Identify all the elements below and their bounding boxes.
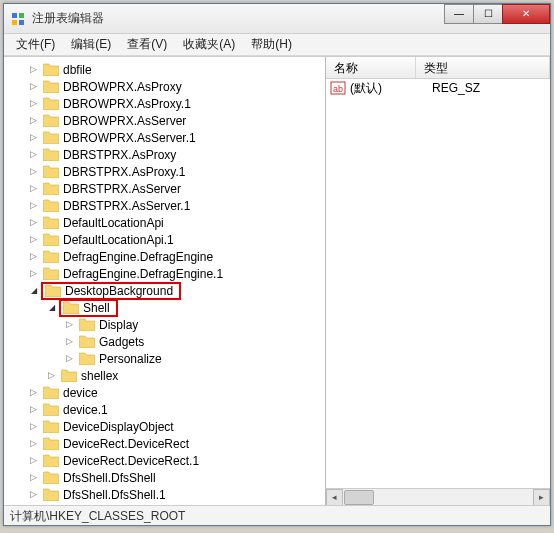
folder-icon xyxy=(43,403,59,416)
expand-icon[interactable]: ▷ xyxy=(28,489,39,500)
expand-icon[interactable]: ▷ xyxy=(28,404,39,415)
tree-item[interactable]: ▷DeviceDisplayObject xyxy=(6,418,323,435)
expand-icon[interactable]: ▷ xyxy=(28,166,39,177)
folder-icon xyxy=(43,148,59,161)
tree-item-label: Display xyxy=(99,318,138,332)
tree-item[interactable]: ▷DfsShell.DfsShellAdmin xyxy=(6,503,323,505)
tree-item[interactable]: ▷DBROWPRX.AsServer.1 xyxy=(6,129,323,146)
tree-item[interactable]: ▷Display xyxy=(6,316,323,333)
expand-icon[interactable]: ▷ xyxy=(64,336,75,347)
tree-item[interactable]: ▷Gadgets xyxy=(6,333,323,350)
tree-item[interactable]: ▷device.1 xyxy=(6,401,323,418)
tree-item[interactable]: ▷DBRSTPRX.AsProxy xyxy=(6,146,323,163)
folder-icon xyxy=(45,284,61,297)
values-list[interactable]: ab(默认)REG_SZ xyxy=(326,79,550,488)
tree-item[interactable]: ▷DBROWPRX.AsProxy xyxy=(6,78,323,95)
menu-file[interactable]: 文件(F) xyxy=(8,34,63,55)
app-icon xyxy=(10,11,26,27)
tree-item[interactable]: ▷DfsShell.DfsShell xyxy=(6,469,323,486)
expand-icon[interactable]: ▷ xyxy=(28,387,39,398)
tree-item-label: DefaultLocationApi xyxy=(63,216,164,230)
expand-icon[interactable]: ▷ xyxy=(28,81,39,92)
scroll-thumb[interactable] xyxy=(344,490,374,505)
tree-item-label: device.1 xyxy=(63,403,108,417)
tree-item[interactable]: ▷DefaultLocationApi.1 xyxy=(6,231,323,248)
svg-rect-1 xyxy=(19,13,24,18)
expand-icon[interactable]: ▷ xyxy=(28,268,39,279)
expand-icon[interactable]: ▷ xyxy=(28,251,39,262)
tree-item-label: DefragEngine.DefragEngine.1 xyxy=(63,267,223,281)
folder-icon xyxy=(43,233,59,246)
values-pane: 名称 类型 ab(默认)REG_SZ ◂ ▸ xyxy=(326,57,550,505)
menu-help[interactable]: 帮助(H) xyxy=(243,34,300,55)
collapse-icon[interactable]: ◢ xyxy=(46,302,57,313)
expand-icon[interactable]: ▷ xyxy=(28,149,39,160)
column-header-name[interactable]: 名称 xyxy=(326,57,416,78)
expand-icon[interactable]: ▷ xyxy=(28,200,39,211)
tree-item[interactable]: ▷Personalize xyxy=(6,350,323,367)
menu-view[interactable]: 查看(V) xyxy=(119,34,175,55)
tree-item[interactable]: ▷DefragEngine.DefragEngine.1 xyxy=(6,265,323,282)
expand-icon[interactable]: ▷ xyxy=(28,234,39,245)
folder-icon xyxy=(43,471,59,484)
expand-icon[interactable]: ▷ xyxy=(28,64,39,75)
scroll-right-arrow[interactable]: ▸ xyxy=(533,489,550,506)
close-button[interactable]: ✕ xyxy=(502,4,550,24)
expand-icon[interactable]: ▷ xyxy=(28,217,39,228)
expand-icon[interactable]: ▷ xyxy=(64,353,75,364)
folder-icon xyxy=(43,488,59,501)
tree-item[interactable]: ▷DBRSTPRX.AsServer xyxy=(6,180,323,197)
expand-icon[interactable]: ▷ xyxy=(28,183,39,194)
menu-favorites[interactable]: 收藏夹(A) xyxy=(175,34,243,55)
tree-item[interactable]: ▷DeviceRect.DeviceRect xyxy=(6,435,323,452)
expand-icon[interactable]: ▷ xyxy=(28,98,39,109)
expand-icon[interactable]: ▷ xyxy=(28,115,39,126)
collapse-icon[interactable]: ◢ xyxy=(28,285,39,296)
expand-icon[interactable]: ▷ xyxy=(28,421,39,432)
expand-icon[interactable]: ▷ xyxy=(28,132,39,143)
svg-rect-0 xyxy=(12,13,17,18)
scroll-track[interactable] xyxy=(343,489,533,506)
tree-item[interactable]: ▷DBROWPRX.AsProxy.1 xyxy=(6,95,323,112)
tree-item[interactable]: ▷device xyxy=(6,384,323,401)
column-header-type[interactable]: 类型 xyxy=(416,57,550,78)
tree-item[interactable]: ▷DBRSTPRX.AsProxy.1 xyxy=(6,163,323,180)
menu-edit[interactable]: 编辑(E) xyxy=(63,34,119,55)
folder-icon xyxy=(43,131,59,144)
tree-item-label: DBRSTPRX.AsProxy.1 xyxy=(63,165,185,179)
expand-icon[interactable]: ▷ xyxy=(28,455,39,466)
tree-item-label: Personalize xyxy=(99,352,162,366)
tree-item[interactable]: ▷DeviceRect.DeviceRect.1 xyxy=(6,452,323,469)
tree-item-label: DfsShell.DfsShellAdmin xyxy=(63,505,190,506)
svg-text:ab: ab xyxy=(333,84,343,94)
folder-icon xyxy=(43,97,59,110)
tree-item[interactable]: ◢DesktopBackground xyxy=(6,282,323,299)
expand-icon[interactable]: ▷ xyxy=(28,472,39,483)
expand-icon[interactable]: ▷ xyxy=(46,370,57,381)
tree-item[interactable]: ▷DfsShell.DfsShell.1 xyxy=(6,486,323,503)
tree-pane[interactable]: ▷dbfile▷DBROWPRX.AsProxy▷DBROWPRX.AsProx… xyxy=(4,57,326,505)
expand-icon[interactable]: ▷ xyxy=(28,438,39,449)
minimize-button[interactable]: — xyxy=(444,4,474,24)
svg-rect-2 xyxy=(12,20,17,25)
values-header: 名称 类型 xyxy=(326,57,550,79)
values-horizontal-scrollbar[interactable]: ◂ ▸ xyxy=(326,488,550,505)
folder-icon xyxy=(43,437,59,450)
value-type: REG_SZ xyxy=(432,81,480,95)
folder-icon xyxy=(43,420,59,433)
scroll-left-arrow[interactable]: ◂ xyxy=(326,489,343,506)
tree-item[interactable]: ▷DefaultLocationApi xyxy=(6,214,323,231)
tree-item[interactable]: ▷DBRSTPRX.AsServer.1 xyxy=(6,197,323,214)
tree-item-label: DeviceDisplayObject xyxy=(63,420,174,434)
folder-icon xyxy=(43,216,59,229)
maximize-button[interactable]: ☐ xyxy=(473,4,503,24)
expand-icon[interactable]: ▷ xyxy=(64,319,75,330)
tree-item[interactable]: ▷dbfile xyxy=(6,61,323,78)
tree-item[interactable]: ▷DBROWPRX.AsServer xyxy=(6,112,323,129)
tree-item[interactable]: ▷shellex xyxy=(6,367,323,384)
window-title: 注册表编辑器 xyxy=(32,10,445,27)
tree-item[interactable]: ▷DefragEngine.DefragEngine xyxy=(6,248,323,265)
titlebar[interactable]: 注册表编辑器 — ☐ ✕ xyxy=(4,4,550,34)
tree-item[interactable]: ◢Shell xyxy=(6,299,323,316)
value-row[interactable]: ab(默认)REG_SZ xyxy=(326,79,550,97)
